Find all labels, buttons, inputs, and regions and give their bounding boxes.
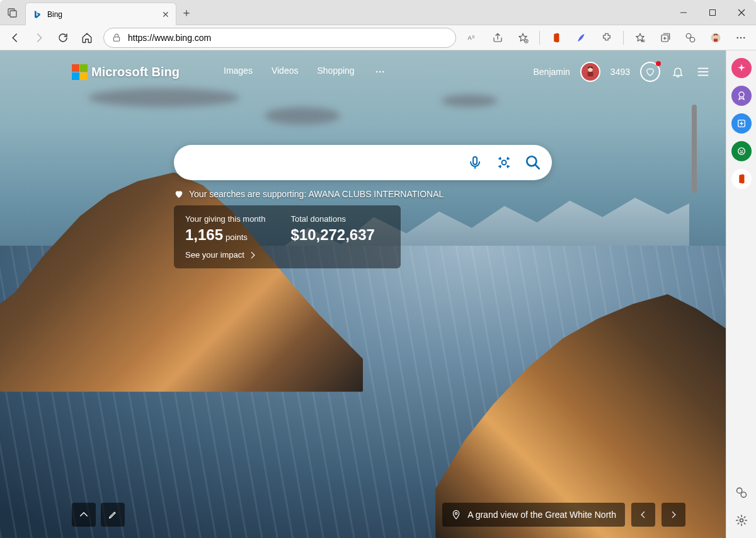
read-aloud-button[interactable]: A)) — [461, 28, 484, 48]
svg-point-42 — [741, 492, 746, 497]
sidebar-discover-button[interactable] — [731, 58, 752, 78]
location-icon — [451, 510, 461, 520]
chevron-left-icon — [639, 510, 648, 519]
favorites-button[interactable] — [512, 28, 534, 48]
svg-text:)): )) — [472, 35, 474, 38]
sidebar-rewards-button[interactable] — [731, 86, 752, 106]
svg-point-18 — [690, 37, 695, 42]
svg-rect-6 — [113, 37, 119, 41]
share-button[interactable] — [486, 28, 509, 48]
tab-actions-button[interactable] — [0, 0, 25, 25]
nav-shopping[interactable]: Shopping — [317, 66, 354, 78]
see-impact-link[interactable]: See your impact — [185, 250, 389, 260]
support-text[interactable]: Your searches are supporting: AWANA CLUB… — [174, 189, 552, 199]
support-label: Your searches are supporting: AWANA CLUB… — [189, 189, 444, 199]
bing-logo[interactable]: Microsoft Bing — [72, 64, 180, 80]
logo-text: Microsoft Bing — [91, 65, 180, 79]
heart-icon — [645, 67, 655, 77]
svg-point-24 — [743, 37, 745, 38]
window-close-button[interactable] — [727, 0, 756, 25]
scrollbar[interactable] — [692, 105, 697, 193]
prev-image-button[interactable] — [631, 503, 655, 527]
svg-rect-33 — [473, 157, 477, 164]
giving-month-value: 1,165points — [185, 226, 265, 244]
pencil-icon — [108, 510, 118, 520]
nav-images[interactable]: Images — [224, 66, 253, 78]
office-apps-button[interactable] — [545, 28, 568, 48]
refresh-button[interactable] — [52, 28, 74, 48]
voice-search-button[interactable] — [464, 151, 486, 174]
chevron-up-icon — [79, 510, 89, 520]
svg-point-27 — [382, 71, 384, 73]
image-caption[interactable]: A grand view of the Great White North — [442, 503, 625, 527]
collections-button[interactable] — [654, 28, 677, 48]
cloud-decor — [441, 94, 498, 107]
donations-button[interactable] — [640, 62, 660, 82]
giving-month-label: Your giving this month — [185, 214, 265, 224]
expand-button[interactable] — [72, 503, 96, 527]
svg-point-41 — [736, 488, 742, 493]
svg-point-25 — [375, 71, 377, 73]
sidebar-add-button[interactable] — [731, 483, 752, 503]
svg-rect-3 — [710, 10, 716, 16]
sidebar-office-button[interactable] — [731, 169, 752, 189]
chevron-right-icon — [248, 251, 257, 260]
sidebar-settings-button[interactable] — [731, 510, 752, 530]
user-avatar[interactable] — [580, 62, 600, 82]
search-button[interactable] — [522, 151, 544, 174]
cloud-decor — [88, 88, 239, 107]
window-minimize-button[interactable] — [669, 0, 698, 25]
bell-icon — [672, 66, 684, 78]
image-search-button[interactable] — [493, 151, 515, 174]
giving-total-value: $10,272,637 — [290, 226, 374, 244]
cloud-decor — [265, 107, 340, 125]
nav-videos[interactable]: Videos — [272, 66, 299, 78]
tab-close-button[interactable]: ✕ — [162, 9, 169, 20]
user-name[interactable]: Benjamin — [533, 67, 570, 77]
extensions-button[interactable] — [595, 28, 618, 48]
favorites-list-button[interactable] — [629, 28, 651, 48]
address-bar[interactable] — [103, 28, 456, 48]
svg-text:A: A — [468, 35, 472, 41]
home-button[interactable] — [76, 28, 98, 48]
svg-rect-20 — [714, 38, 718, 42]
feather-button[interactable] — [570, 28, 593, 48]
giving-panel: Your giving this month 1,165points Total… — [174, 205, 401, 268]
page-content: Microsoft Bing Images Videos Shopping Be… — [0, 50, 726, 538]
search-area: Your searches are supporting: AWANA CLUB… — [174, 145, 552, 268]
svg-line-36 — [535, 164, 539, 169]
window-maximize-button[interactable] — [698, 0, 727, 25]
profile-button[interactable] — [704, 28, 727, 48]
hamburger-menu-button[interactable] — [696, 64, 711, 79]
forward-button[interactable] — [28, 28, 50, 48]
next-image-button[interactable] — [662, 503, 685, 527]
sidebar-tools-button[interactable] — [731, 113, 752, 134]
chevron-right-icon — [669, 510, 678, 519]
history-button[interactable] — [679, 28, 702, 48]
svg-point-38 — [739, 92, 744, 97]
camera-icon — [496, 155, 512, 170]
bing-favicon-icon — [32, 9, 42, 20]
nav-links: Images Videos Shopping — [224, 66, 386, 78]
new-tab-button[interactable]: ＋ — [176, 0, 197, 25]
search-input[interactable] — [189, 157, 457, 168]
search-box[interactable] — [174, 145, 552, 180]
site-info-icon[interactable] — [112, 33, 122, 43]
nav-more[interactable] — [374, 66, 386, 78]
sidebar-games-button[interactable] — [731, 141, 752, 161]
svg-rect-1 — [10, 11, 16, 17]
microphone-icon — [467, 155, 483, 170]
more-button[interactable] — [730, 28, 752, 48]
toolbar-divider — [623, 31, 624, 45]
browser-tab[interactable]: Bing ✕ — [25, 3, 176, 25]
customize-button[interactable] — [101, 503, 125, 527]
url-input[interactable] — [128, 33, 448, 43]
search-icon — [525, 154, 541, 171]
browser-toolbar: A)) — [0, 25, 756, 50]
rewards-points[interactable]: 3493 — [610, 67, 630, 77]
heart-icon — [174, 189, 184, 199]
giving-total-label: Total donations — [290, 214, 374, 224]
back-button[interactable] — [4, 28, 26, 48]
notifications-button[interactable] — [670, 64, 685, 79]
svg-point-43 — [740, 519, 743, 522]
